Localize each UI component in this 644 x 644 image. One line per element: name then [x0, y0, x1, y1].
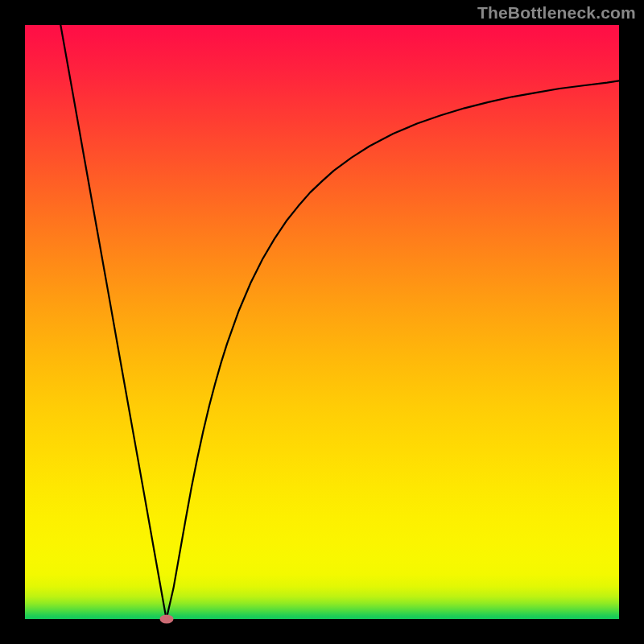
bottleneck-curve	[60, 25, 619, 619]
curve-layer	[25, 25, 619, 619]
minimum-marker	[159, 615, 173, 624]
chart-frame: TheBottleneck.com	[0, 0, 644, 644]
plot-area	[25, 25, 619, 619]
watermark-text: TheBottleneck.com	[477, 3, 636, 23]
